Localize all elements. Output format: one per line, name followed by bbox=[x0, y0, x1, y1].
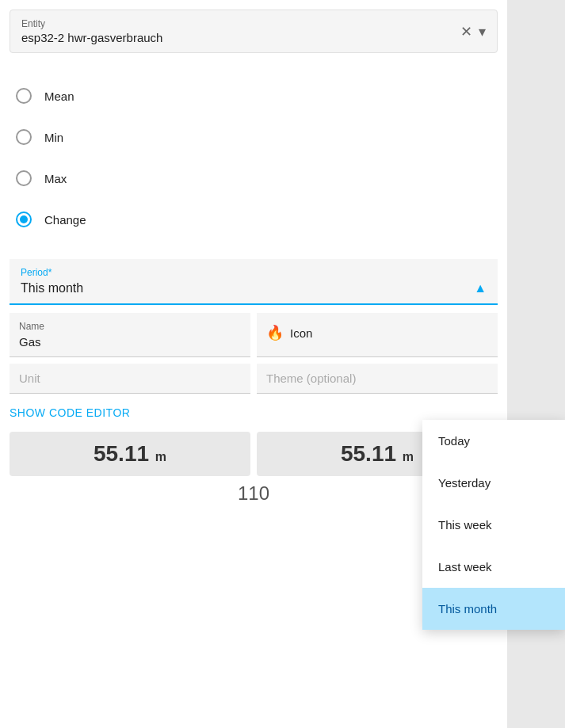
close-icon[interactable]: ✕ bbox=[460, 23, 472, 40]
fields-row-name-icon: Name Gas 🔥 Icon bbox=[10, 313, 498, 357]
show-code-editor-button[interactable]: SHOW CODE EDITOR bbox=[10, 406, 498, 419]
radio-label-min: Min bbox=[44, 131, 63, 144]
dropdown-item-this-week[interactable]: This week bbox=[422, 504, 565, 546]
entity-value: esp32-2 hwr-gasverbrauch bbox=[21, 31, 162, 44]
bottom-card-1: 55.11 m bbox=[10, 432, 250, 476]
period-inner: Period* This month bbox=[21, 267, 83, 295]
period-label: Period* bbox=[21, 267, 83, 278]
bottom-card-1-unit: m bbox=[155, 450, 166, 463]
icon-field[interactable]: 🔥 Icon bbox=[257, 313, 498, 357]
bottom-card-1-value: 55.11 m bbox=[19, 441, 241, 467]
bottom-card-2-unit: m bbox=[403, 450, 414, 463]
name-field-value[interactable]: Gas bbox=[19, 335, 241, 349]
radio-label-mean: Mean bbox=[44, 90, 74, 103]
icon-field-content: 🔥 Icon bbox=[266, 324, 488, 341]
radio-circle-change[interactable] bbox=[16, 212, 32, 227]
unit-field-placeholder: Unit bbox=[19, 372, 241, 385]
dropdown-item-this-month[interactable]: This month bbox=[422, 588, 565, 630]
icon-field-value: Icon bbox=[290, 326, 312, 340]
radio-item-max[interactable]: Max bbox=[16, 158, 491, 199]
entity-label: Entity bbox=[21, 18, 162, 29]
radio-circle-mean[interactable] bbox=[16, 88, 32, 104]
theme-field-placeholder: Theme (optional) bbox=[266, 372, 488, 385]
dropdown-item-today[interactable]: Today bbox=[422, 420, 565, 462]
entity-section: Entity esp32-2 hwr-gasverbrauch ✕ ▾ bbox=[10, 10, 498, 53]
name-field[interactable]: Name Gas bbox=[10, 313, 250, 357]
theme-field[interactable]: Theme (optional) bbox=[257, 364, 498, 394]
radio-label-change: Change bbox=[44, 213, 86, 227]
period-section[interactable]: Period* This month ▲ bbox=[10, 259, 498, 305]
chevron-down-icon[interactable]: ▾ bbox=[479, 23, 486, 40]
bottom-footer-value: 110 bbox=[238, 482, 269, 505]
period-value: This month bbox=[21, 281, 83, 295]
fields-row-unit-theme: Unit Theme (optional) bbox=[10, 364, 498, 394]
chevron-up-icon[interactable]: ▲ bbox=[474, 281, 487, 295]
dropdown-item-yesterday[interactable]: Yesterday bbox=[422, 462, 565, 504]
entity-actions: ✕ ▾ bbox=[460, 23, 486, 40]
unit-field[interactable]: Unit bbox=[10, 364, 250, 394]
name-field-label: Name bbox=[19, 321, 241, 332]
period-dropdown: Today Yesterday This week Last week This… bbox=[422, 420, 565, 630]
dropdown-item-last-week[interactable]: Last week bbox=[422, 546, 565, 588]
radio-item-min[interactable]: Min bbox=[16, 116, 491, 158]
radio-item-mean[interactable]: Mean bbox=[16, 75, 491, 116]
radio-group: Mean Min Max Change bbox=[0, 63, 507, 253]
radio-circle-max[interactable] bbox=[16, 170, 32, 186]
radio-label-max: Max bbox=[44, 172, 67, 185]
flame-icon: 🔥 bbox=[266, 324, 284, 341]
entity-info: Entity esp32-2 hwr-gasverbrauch bbox=[21, 18, 162, 44]
radio-circle-min[interactable] bbox=[16, 129, 32, 145]
radio-item-change[interactable]: Change bbox=[16, 199, 491, 240]
